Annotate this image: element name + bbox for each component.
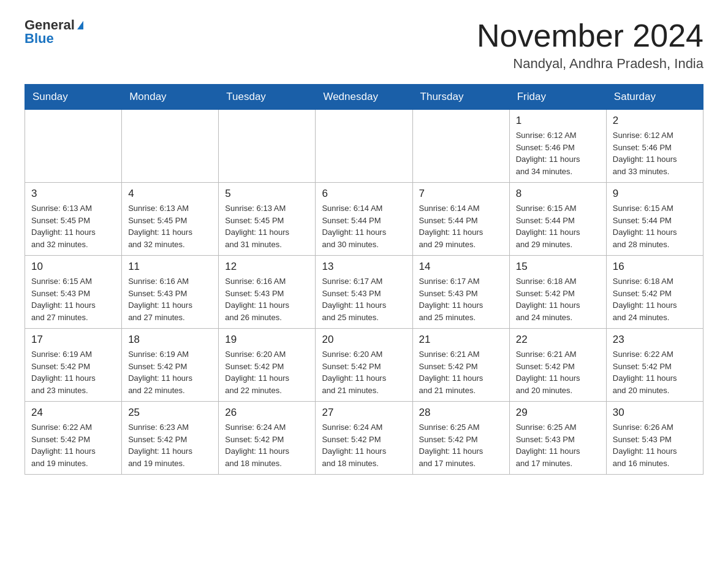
day-number: 24 xyxy=(31,407,115,419)
day-number: 23 xyxy=(613,334,697,346)
subtitle: Nandyal, Andhra Pradesh, India xyxy=(477,56,703,72)
calendar-cell xyxy=(219,110,316,183)
weekday-header-row: SundayMondayTuesdayWednesdayThursdayFrid… xyxy=(25,85,703,110)
header: General Blue November 2024 Nandyal, Andh… xyxy=(25,18,703,72)
day-info: Sunrise: 6:17 AMSunset: 5:43 PMDaylight:… xyxy=(322,275,406,323)
calendar-cell: 24Sunrise: 6:22 AMSunset: 5:42 PMDayligh… xyxy=(25,402,122,475)
calendar-cell: 7Sunrise: 6:14 AMSunset: 5:44 PMDaylight… xyxy=(412,183,509,256)
weekday-header-wednesday: Wednesday xyxy=(316,85,412,110)
calendar-body: 1Sunrise: 6:12 AMSunset: 5:46 PMDaylight… xyxy=(25,110,703,475)
calendar-cell xyxy=(316,110,412,183)
calendar: SundayMondayTuesdayWednesdayThursdayFrid… xyxy=(25,84,703,475)
calendar-cell: 10Sunrise: 6:15 AMSunset: 5:43 PMDayligh… xyxy=(25,256,122,329)
calendar-header: SundayMondayTuesdayWednesdayThursdayFrid… xyxy=(25,85,703,110)
day-info: Sunrise: 6:16 AMSunset: 5:43 PMDaylight:… xyxy=(225,275,309,323)
day-number: 15 xyxy=(516,261,600,273)
day-info: Sunrise: 6:18 AMSunset: 5:42 PMDaylight:… xyxy=(613,275,697,323)
week-row-2: 3Sunrise: 6:13 AMSunset: 5:45 PMDaylight… xyxy=(25,183,703,256)
day-number: 25 xyxy=(128,407,212,419)
day-info: Sunrise: 6:23 AMSunset: 5:42 PMDaylight:… xyxy=(128,421,212,469)
week-row-5: 24Sunrise: 6:22 AMSunset: 5:42 PMDayligh… xyxy=(25,402,703,475)
day-number: 8 xyxy=(516,188,600,200)
day-number: 11 xyxy=(128,261,212,273)
day-number: 10 xyxy=(31,261,115,273)
day-number: 21 xyxy=(419,334,503,346)
day-info: Sunrise: 6:20 AMSunset: 5:42 PMDaylight:… xyxy=(225,348,309,396)
day-info: Sunrise: 6:13 AMSunset: 5:45 PMDaylight:… xyxy=(31,202,115,250)
calendar-cell: 12Sunrise: 6:16 AMSunset: 5:43 PMDayligh… xyxy=(219,256,316,329)
day-number: 13 xyxy=(322,261,406,273)
day-number: 2 xyxy=(613,115,697,127)
calendar-cell xyxy=(122,110,219,183)
day-number: 5 xyxy=(225,188,309,200)
calendar-cell: 18Sunrise: 6:19 AMSunset: 5:42 PMDayligh… xyxy=(122,329,219,402)
day-info: Sunrise: 6:25 AMSunset: 5:43 PMDaylight:… xyxy=(516,421,600,469)
day-info: Sunrise: 6:17 AMSunset: 5:43 PMDaylight:… xyxy=(419,275,503,323)
weekday-header-tuesday: Tuesday xyxy=(219,85,316,110)
day-info: Sunrise: 6:19 AMSunset: 5:42 PMDaylight:… xyxy=(128,348,212,396)
day-number: 29 xyxy=(516,407,600,419)
logo-general-text: General xyxy=(25,18,75,32)
day-info: Sunrise: 6:26 AMSunset: 5:43 PMDaylight:… xyxy=(613,421,697,469)
calendar-cell: 21Sunrise: 6:21 AMSunset: 5:42 PMDayligh… xyxy=(412,329,509,402)
day-number: 1 xyxy=(516,115,600,127)
day-info: Sunrise: 6:21 AMSunset: 5:42 PMDaylight:… xyxy=(516,348,600,396)
calendar-cell: 23Sunrise: 6:22 AMSunset: 5:42 PMDayligh… xyxy=(606,329,703,402)
calendar-cell: 27Sunrise: 6:24 AMSunset: 5:42 PMDayligh… xyxy=(316,402,412,475)
logo-blue-text: Blue xyxy=(25,32,54,45)
day-number: 26 xyxy=(225,407,309,419)
calendar-cell: 1Sunrise: 6:12 AMSunset: 5:46 PMDaylight… xyxy=(509,110,606,183)
day-info: Sunrise: 6:13 AMSunset: 5:45 PMDaylight:… xyxy=(225,202,309,250)
day-number: 18 xyxy=(128,334,212,346)
calendar-cell: 13Sunrise: 6:17 AMSunset: 5:43 PMDayligh… xyxy=(316,256,412,329)
calendar-cell: 20Sunrise: 6:20 AMSunset: 5:42 PMDayligh… xyxy=(316,329,412,402)
calendar-cell: 2Sunrise: 6:12 AMSunset: 5:46 PMDaylight… xyxy=(606,110,703,183)
day-info: Sunrise: 6:19 AMSunset: 5:42 PMDaylight:… xyxy=(31,348,115,396)
calendar-cell: 26Sunrise: 6:24 AMSunset: 5:42 PMDayligh… xyxy=(219,402,316,475)
weekday-header-monday: Monday xyxy=(122,85,219,110)
day-number: 22 xyxy=(516,334,600,346)
calendar-cell: 16Sunrise: 6:18 AMSunset: 5:42 PMDayligh… xyxy=(606,256,703,329)
calendar-cell: 28Sunrise: 6:25 AMSunset: 5:42 PMDayligh… xyxy=(412,402,509,475)
calendar-cell: 29Sunrise: 6:25 AMSunset: 5:43 PMDayligh… xyxy=(509,402,606,475)
calendar-cell: 3Sunrise: 6:13 AMSunset: 5:45 PMDaylight… xyxy=(25,183,122,256)
calendar-cell: 25Sunrise: 6:23 AMSunset: 5:42 PMDayligh… xyxy=(122,402,219,475)
calendar-cell: 8Sunrise: 6:15 AMSunset: 5:44 PMDaylight… xyxy=(509,183,606,256)
day-number: 16 xyxy=(613,261,697,273)
day-info: Sunrise: 6:13 AMSunset: 5:45 PMDaylight:… xyxy=(128,202,212,250)
day-number: 17 xyxy=(31,334,115,346)
day-info: Sunrise: 6:14 AMSunset: 5:44 PMDaylight:… xyxy=(419,202,503,250)
day-info: Sunrise: 6:15 AMSunset: 5:44 PMDaylight:… xyxy=(613,202,697,250)
day-info: Sunrise: 6:24 AMSunset: 5:42 PMDaylight:… xyxy=(322,421,406,469)
calendar-cell: 19Sunrise: 6:20 AMSunset: 5:42 PMDayligh… xyxy=(219,329,316,402)
day-number: 28 xyxy=(419,407,503,419)
day-number: 20 xyxy=(322,334,406,346)
weekday-header-friday: Friday xyxy=(509,85,606,110)
calendar-cell: 11Sunrise: 6:16 AMSunset: 5:43 PMDayligh… xyxy=(122,256,219,329)
calendar-cell: 22Sunrise: 6:21 AMSunset: 5:42 PMDayligh… xyxy=(509,329,606,402)
day-info: Sunrise: 6:16 AMSunset: 5:43 PMDaylight:… xyxy=(128,275,212,323)
day-number: 6 xyxy=(322,188,406,200)
day-info: Sunrise: 6:15 AMSunset: 5:44 PMDaylight:… xyxy=(516,202,600,250)
day-number: 3 xyxy=(31,188,115,200)
week-row-4: 17Sunrise: 6:19 AMSunset: 5:42 PMDayligh… xyxy=(25,329,703,402)
calendar-cell xyxy=(25,110,122,183)
day-number: 9 xyxy=(613,188,697,200)
day-info: Sunrise: 6:24 AMSunset: 5:42 PMDaylight:… xyxy=(225,421,309,469)
day-info: Sunrise: 6:12 AMSunset: 5:46 PMDaylight:… xyxy=(613,129,697,177)
day-info: Sunrise: 6:15 AMSunset: 5:43 PMDaylight:… xyxy=(31,275,115,323)
day-info: Sunrise: 6:12 AMSunset: 5:46 PMDaylight:… xyxy=(516,129,600,177)
calendar-cell: 30Sunrise: 6:26 AMSunset: 5:43 PMDayligh… xyxy=(606,402,703,475)
logo: General Blue xyxy=(25,18,83,45)
weekday-header-sunday: Sunday xyxy=(25,85,122,110)
day-info: Sunrise: 6:21 AMSunset: 5:42 PMDaylight:… xyxy=(419,348,503,396)
day-info: Sunrise: 6:22 AMSunset: 5:42 PMDaylight:… xyxy=(31,421,115,469)
day-number: 12 xyxy=(225,261,309,273)
week-row-3: 10Sunrise: 6:15 AMSunset: 5:43 PMDayligh… xyxy=(25,256,703,329)
day-info: Sunrise: 6:22 AMSunset: 5:42 PMDaylight:… xyxy=(613,348,697,396)
week-row-1: 1Sunrise: 6:12 AMSunset: 5:46 PMDaylight… xyxy=(25,110,703,183)
weekday-header-saturday: Saturday xyxy=(606,85,703,110)
calendar-cell xyxy=(412,110,509,183)
day-number: 4 xyxy=(128,188,212,200)
calendar-cell: 15Sunrise: 6:18 AMSunset: 5:42 PMDayligh… xyxy=(509,256,606,329)
